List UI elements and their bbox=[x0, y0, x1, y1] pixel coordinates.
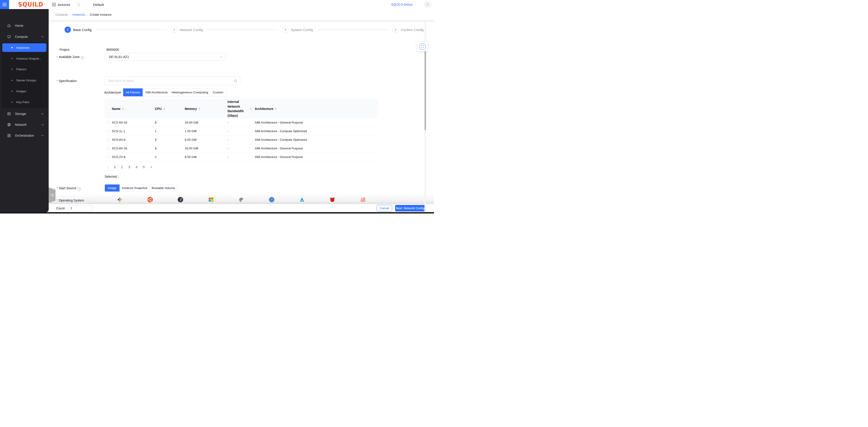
home-icon bbox=[7, 23, 11, 28]
windows-icon[interactable] bbox=[208, 197, 214, 203]
sidebar-item-instance-snapshots[interactable]: Instance Snapsh... bbox=[2, 54, 46, 63]
sidebar-item-home[interactable]: Home bbox=[0, 21, 49, 30]
flavor-radio[interactable] bbox=[106, 121, 110, 124]
tab-x86-architecture[interactable]: X86 Architecture bbox=[143, 88, 170, 96]
centos-icon[interactable] bbox=[117, 197, 123, 203]
step-connector bbox=[96, 29, 167, 30]
available-zone-label: *Available Zone? bbox=[57, 55, 84, 59]
help-icon[interactable]: ? bbox=[78, 188, 81, 191]
available-zone-select[interactable]: DE-SLS1-AZ1 bbox=[104, 53, 225, 61]
col-name[interactable]: Name bbox=[104, 99, 152, 118]
debian-icon[interactable] bbox=[238, 197, 244, 203]
col-bandwidth[interactable]: Internal Network Bandwidth (Gbps) bbox=[225, 99, 252, 118]
tab-custom[interactable]: Custom bbox=[209, 88, 226, 96]
workspace-grid-icon bbox=[52, 3, 56, 6]
sidebar-item-flavors[interactable]: Flavors bbox=[2, 65, 46, 74]
sidebar-item-orchestration[interactable]: Orchestration bbox=[0, 131, 49, 140]
flavor-row[interactable]: SCS-6V-16 616.00 GiB -X86 Architecture -… bbox=[104, 118, 378, 127]
brand-logo: SQUILD bbox=[18, 0, 43, 9]
sort-icon[interactable] bbox=[275, 108, 277, 110]
flavor-radio[interactable] bbox=[106, 147, 110, 150]
search-icon[interactable] bbox=[234, 79, 238, 83]
sidebar-collapse-handle[interactable] bbox=[49, 188, 56, 203]
workspace-name[interactable]: Axxxxxx bbox=[58, 3, 70, 6]
col-architecture[interactable]: Architecture bbox=[252, 99, 378, 118]
flavor-row[interactable]: SCS-1L-1 11.00 GiB -X86 Architecture - C… bbox=[104, 127, 378, 136]
tab-heterogeneous-computing[interactable]: Heterogeneous Computing bbox=[170, 88, 209, 96]
flavor-filter bbox=[104, 76, 241, 85]
deepin-icon[interactable] bbox=[269, 197, 275, 203]
start-source-label: *Start Source? bbox=[57, 186, 81, 191]
count-input[interactable] bbox=[68, 205, 92, 211]
pagination-prev-icon[interactable] bbox=[104, 164, 111, 170]
pagination-page[interactable]: 4 bbox=[133, 164, 140, 170]
chevron-down-icon bbox=[219, 56, 222, 58]
sort-icon[interactable] bbox=[122, 108, 124, 110]
fullscreen-button[interactable] bbox=[417, 42, 428, 51]
tab-bootable-volume[interactable]: Bootable Volume bbox=[149, 184, 177, 192]
fedora-icon[interactable]: f bbox=[178, 197, 183, 203]
sort-icon[interactable] bbox=[163, 108, 165, 110]
help-icon[interactable]: ? bbox=[81, 56, 84, 59]
other-os-icon[interactable] bbox=[360, 197, 366, 203]
tab-all-flavors[interactable]: All Flavors bbox=[123, 88, 143, 96]
globe-icon bbox=[7, 122, 11, 127]
chevron-up-icon bbox=[41, 35, 44, 38]
chevron-down-icon bbox=[41, 112, 44, 115]
bottom-edge-bar bbox=[0, 212, 434, 214]
operating-system-label: *Operating System bbox=[57, 199, 84, 202]
sidebar-item-images[interactable]: Images bbox=[2, 87, 46, 95]
pagination-page[interactable]: 3 bbox=[126, 164, 132, 170]
flavor-row[interactable]: SCS-8V-16 816.00 GiB -X86 Architecture -… bbox=[104, 144, 378, 153]
breadcrumb-separator: / bbox=[87, 13, 88, 16]
breadcrumb-current: Create Instance bbox=[90, 13, 112, 16]
sort-icon[interactable] bbox=[198, 108, 200, 110]
flavor-table-header: Name CPU Memory Internal Network Bandwid… bbox=[104, 99, 378, 118]
start-source-tabs: Image Instance Snapshot Bootable Volume bbox=[104, 184, 177, 192]
flavor-table: Name CPU Memory Internal Network Bandwid… bbox=[104, 99, 378, 161]
pagination-page[interactable]: 5 bbox=[141, 164, 147, 170]
user-avatar-icon[interactable] bbox=[424, 1, 432, 8]
flavor-row[interactable]: SCS-2V-8 28.00 GiB -X86 Architecture - G… bbox=[104, 153, 378, 161]
project-value: B000000 bbox=[106, 48, 119, 52]
flavor-filter-input[interactable] bbox=[108, 79, 234, 83]
sidebar-item-key-pairs[interactable]: Key Pairs bbox=[2, 98, 46, 106]
freebsd-icon[interactable] bbox=[330, 197, 335, 203]
flavor-radio[interactable] bbox=[106, 155, 110, 159]
step-connector bbox=[317, 29, 388, 30]
chevron-down-icon bbox=[41, 134, 44, 137]
swap-icon[interactable] bbox=[76, 3, 81, 6]
ubuntu-icon[interactable] bbox=[147, 197, 153, 203]
sidebar-item-instances[interactable]: Instances bbox=[2, 43, 46, 52]
section-divider bbox=[49, 20, 434, 22]
cancel-button[interactable]: Cancel bbox=[377, 205, 392, 211]
pagination-page[interactable]: 1 bbox=[112, 164, 118, 170]
current-user-link[interactable]: SQUILD-Demo bbox=[391, 3, 412, 6]
scrollbar-thumb[interactable] bbox=[425, 51, 426, 130]
sort-icon[interactable] bbox=[250, 108, 252, 110]
next-network-config-button[interactable]: Next: Network Config bbox=[395, 205, 425, 211]
sidebar-item-server-groups[interactable]: Server Groups bbox=[2, 76, 46, 85]
count-label: Count bbox=[56, 206, 64, 210]
breadcrumb-compute: Compute bbox=[56, 13, 68, 16]
pagination-page[interactable]: 2 bbox=[119, 164, 125, 170]
sidebar-item-network[interactable]: Network bbox=[0, 120, 49, 129]
col-cpu[interactable]: CPU bbox=[152, 99, 182, 118]
sidebar-item-storage[interactable]: Storage bbox=[0, 109, 49, 118]
sidebar-item-compute[interactable]: Compute bbox=[0, 32, 49, 41]
region-name[interactable]: Default bbox=[93, 3, 104, 6]
step-confirm-config: 4 Confirm Config bbox=[392, 27, 424, 33]
flavor-row[interactable]: SCS-8V-8 88.00 GiB -X86 Architecture - C… bbox=[104, 136, 378, 144]
arch-linux-icon[interactable] bbox=[299, 197, 305, 203]
pagination-next-icon[interactable] bbox=[148, 164, 154, 170]
hamburger-icon[interactable] bbox=[0, 0, 9, 9]
breadcrumb-instances-link[interactable]: Instances bbox=[72, 13, 86, 16]
flavor-radio[interactable] bbox=[106, 130, 110, 133]
tab-instance-snapshot[interactable]: Instance Snapshot bbox=[120, 184, 149, 192]
tab-image[interactable]: Image bbox=[105, 184, 120, 192]
architecture-filter-label: Architecture bbox=[104, 91, 121, 94]
step-connector bbox=[207, 29, 278, 30]
flavor-radio[interactable] bbox=[106, 138, 110, 141]
col-memory[interactable]: Memory bbox=[182, 99, 225, 118]
chevron-down-icon bbox=[41, 123, 44, 126]
